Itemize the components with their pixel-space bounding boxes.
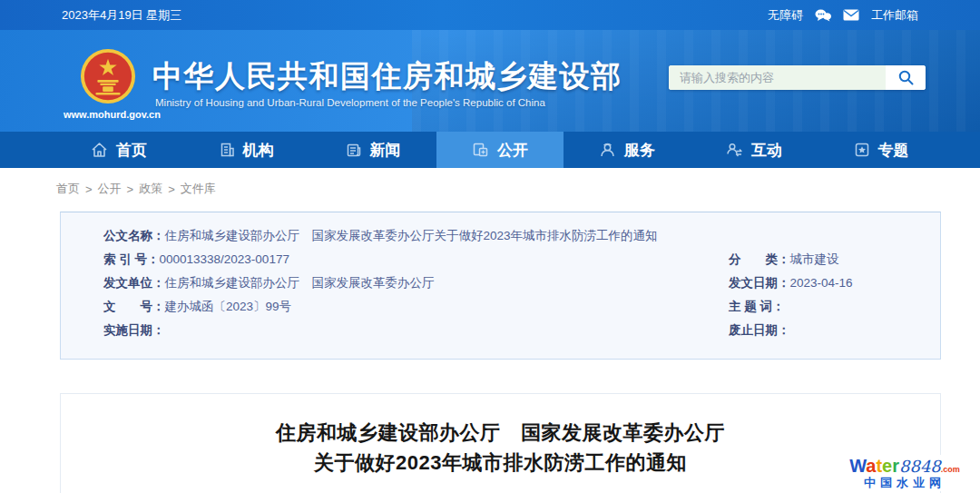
meta-row-name: 公文名称：住房和城乡建设部办公厅 国家发展改革委办公厅关于做好2023年城市排水… [103, 224, 940, 248]
meta-label: 发文单位： [103, 276, 165, 290]
meta-value: 住房和城乡建设部办公厅 国家发展改革委办公厅 [165, 276, 435, 290]
breadcrumb-item-home[interactable]: 首页 [56, 181, 80, 197]
meta-row-docnumber: 文 号：建办城函〔2023〕99号 主 题 词： [103, 295, 940, 319]
meta-label: 发文日期： [729, 276, 790, 290]
work-mailbox-link[interactable]: 工作邮箱 [871, 7, 918, 24]
chat-bubbles-icon[interactable] [815, 9, 831, 22]
mail-icon[interactable] [843, 9, 859, 21]
accessibility-link[interactable]: 无障碍 [768, 7, 803, 24]
national-emblem-logo [80, 48, 136, 104]
nav-item-topics[interactable]: 专题 [818, 132, 945, 168]
meta-row-issuer: 发文单位：住房和城乡建设部办公厅 国家发展改革委办公厅 发文日期：2023-04… [103, 271, 940, 295]
topics-icon [854, 142, 870, 158]
site-title[interactable]: 中华人民共和国住房和城乡建设部 [152, 56, 622, 97]
breadcrumb-item-disclosure[interactable]: 公开 [98, 181, 122, 197]
site-subtitle: Ministry of Housing and Urban-Rural Deve… [155, 97, 545, 108]
meta-value: 住房和城乡建设部办公厅 国家发展改革委办公厅关于做好2023年城市排水防涝工作的… [165, 229, 658, 242]
disclosure-icon [472, 142, 489, 158]
current-date: 2023年4月19日 星期三 [62, 7, 181, 24]
breadcrumb-separator: > [85, 182, 93, 196]
meta-label: 公文名称： [103, 229, 165, 242]
nav-label: 新闻 [370, 140, 401, 161]
breadcrumb-separator: > [168, 182, 175, 196]
water8848-watermark-logo: Water8848.com 中国水业网 [833, 455, 976, 491]
main-nav: 首页 机构 新闻 公开 [0, 132, 980, 168]
watermark-caption: 中国水业网 [835, 477, 975, 489]
document-title-line2: 关于做好2023年城市排水防涝工作的通知 [61, 448, 940, 478]
top-utility-bar: 2023年4月19日 星期三 无障碍 工作邮箱 [0, 0, 980, 30]
document-card: 住房和城乡建设部办公厅 国家发展改革委办公厅 关于做好2023年城市排水防涝工作… [60, 393, 941, 493]
meta-label: 文 号： [103, 300, 165, 313]
meta-label: 分 类： [729, 252, 790, 266]
search-button[interactable] [886, 65, 926, 90]
breadcrumb-item-policy[interactable]: 政策 [139, 181, 162, 197]
nav-item-disclosure[interactable]: 公开 [436, 132, 564, 168]
document-meta-panel: 公文名称：住房和城乡建设部办公厅 国家发展改革委办公厅关于做好2023年城市排水… [60, 212, 941, 360]
masthead-banner: 中华人民共和国住房和城乡建设部 Ministry of Housing and … [0, 30, 980, 132]
nav-label: 机构 [243, 140, 274, 161]
service-icon [599, 142, 616, 158]
news-icon [346, 142, 362, 158]
home-icon [91, 142, 108, 158]
meta-row-index: 索 引 号：000013338/2023-00177 分 类：城市建设 [103, 248, 940, 271]
breadcrumb-item-library[interactable]: 文件库 [181, 181, 216, 197]
watermark-brand: Water8848.com [835, 456, 975, 476]
nav-label: 服务 [624, 140, 655, 161]
meta-row-dates: 实施日期： 废止日期： [103, 319, 940, 342]
nav-label: 专题 [878, 140, 909, 161]
nav-item-news[interactable]: 新闻 [309, 132, 436, 168]
breadcrumb-separator: > [127, 182, 134, 196]
nav-label: 公开 [497, 140, 528, 161]
nav-item-services[interactable]: 服务 [564, 132, 691, 168]
meta-value: 建办城函〔2023〕99号 [165, 300, 292, 313]
search-input[interactable] [669, 65, 886, 90]
nav-item-interaction[interactable]: 互动 [691, 132, 818, 168]
breadcrumb: 首页 > 公开 > 政策 > 文件库 [56, 181, 216, 197]
meta-label: 废止日期： [729, 323, 790, 337]
search-box [669, 65, 926, 90]
meta-label: 索 引 号： [103, 252, 160, 266]
page: 2023年4月19日 星期三 无障碍 工作邮箱 [0, 0, 980, 493]
meta-label: 主 题 词： [729, 300, 785, 313]
interaction-icon [726, 142, 743, 158]
meta-label: 实施日期： [103, 323, 165, 337]
search-icon [898, 70, 914, 85]
nav-item-home[interactable]: 首页 [55, 132, 182, 168]
nav-label: 首页 [116, 140, 147, 161]
document-title-line1: 住房和城乡建设部办公厅 国家发展改革委办公厅 [61, 418, 940, 448]
meta-value: 城市建设 [790, 252, 839, 266]
site-url: www.mohurd.gov.cn [64, 109, 161, 120]
meta-value: 000013338/2023-00177 [160, 252, 289, 266]
nav-label: 互动 [751, 140, 782, 161]
building-icon [219, 142, 235, 158]
meta-value: 2023-04-16 [790, 276, 853, 290]
nav-item-orgs[interactable]: 机构 [182, 132, 309, 168]
